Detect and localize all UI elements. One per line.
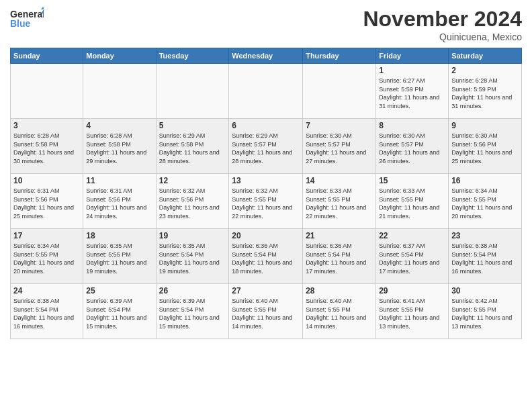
calendar-cell: 13Sunrise: 6:32 AM Sunset: 5:55 PM Dayli… [229, 174, 303, 229]
day-info: Sunrise: 6:29 AM Sunset: 5:57 PM Dayligh… [232, 132, 300, 165]
day-number: 24 [13, 286, 80, 295]
calendar-cell: 16Sunrise: 6:34 AM Sunset: 5:55 PM Dayli… [449, 174, 522, 229]
day-info: Sunrise: 6:34 AM Sunset: 5:55 PM Dayligh… [451, 187, 519, 220]
calendar-cell: 19Sunrise: 6:35 AM Sunset: 5:54 PM Dayli… [156, 229, 229, 284]
day-info: Sunrise: 6:30 AM Sunset: 5:57 PM Dayligh… [379, 132, 445, 165]
day-info: Sunrise: 6:28 AM Sunset: 5:59 PM Dayligh… [451, 77, 519, 110]
day-number: 26 [159, 286, 226, 295]
day-number: 5 [159, 121, 226, 130]
day-number: 27 [232, 286, 300, 295]
calendar-cell: 27Sunrise: 6:40 AM Sunset: 5:55 PM Dayli… [229, 284, 303, 339]
calendar-cell: 8Sunrise: 6:30 AM Sunset: 5:57 PM Daylig… [376, 119, 449, 174]
day-info: Sunrise: 6:38 AM Sunset: 5:54 PM Dayligh… [13, 297, 80, 330]
day-number: 7 [306, 121, 373, 130]
calendar-week-row: 10Sunrise: 6:31 AM Sunset: 5:56 PM Dayli… [11, 174, 522, 229]
page-container: General Blue November 2024 Quinicuena, M… [0, 0, 532, 346]
calendar-cell: 21Sunrise: 6:36 AM Sunset: 5:54 PM Dayli… [303, 229, 376, 284]
day-number: 13 [232, 176, 300, 185]
calendar-cell: 1Sunrise: 6:27 AM Sunset: 5:59 PM Daylig… [376, 64, 449, 119]
day-info: Sunrise: 6:27 AM Sunset: 5:59 PM Dayligh… [379, 77, 445, 110]
calendar-cell: 25Sunrise: 6:39 AM Sunset: 5:54 PM Dayli… [83, 284, 156, 339]
calendar-cell: 5Sunrise: 6:29 AM Sunset: 5:58 PM Daylig… [156, 119, 229, 174]
calendar-cell: 3Sunrise: 6:28 AM Sunset: 5:58 PM Daylig… [11, 119, 83, 174]
day-number: 12 [159, 176, 226, 185]
day-number: 10 [13, 176, 80, 185]
day-info: Sunrise: 6:40 AM Sunset: 5:55 PM Dayligh… [232, 297, 300, 330]
day-number: 14 [306, 176, 373, 185]
day-number: 9 [451, 121, 519, 130]
calendar-header: Sunday Monday Tuesday Wednesday Thursday… [11, 48, 522, 64]
day-info: Sunrise: 6:32 AM Sunset: 5:56 PM Dayligh… [159, 187, 226, 220]
day-info: Sunrise: 6:34 AM Sunset: 5:55 PM Dayligh… [13, 242, 80, 275]
title-block: November 2024 Quinicuena, Mexico [363, 7, 522, 42]
day-info: Sunrise: 6:37 AM Sunset: 5:54 PM Dayligh… [379, 242, 445, 275]
day-number: 2 [451, 66, 519, 75]
day-info: Sunrise: 6:33 AM Sunset: 5:55 PM Dayligh… [306, 187, 373, 220]
day-info: Sunrise: 6:36 AM Sunset: 5:54 PM Dayligh… [232, 242, 300, 275]
calendar-week-row: 1Sunrise: 6:27 AM Sunset: 5:59 PM Daylig… [11, 64, 522, 119]
calendar-cell: 18Sunrise: 6:35 AM Sunset: 5:55 PM Dayli… [83, 229, 156, 284]
col-thursday: Thursday [303, 48, 376, 64]
day-info: Sunrise: 6:30 AM Sunset: 5:57 PM Dayligh… [306, 132, 373, 165]
calendar-cell: 24Sunrise: 6:38 AM Sunset: 5:54 PM Dayli… [11, 284, 83, 339]
day-number: 21 [306, 231, 373, 240]
day-info: Sunrise: 6:31 AM Sunset: 5:56 PM Dayligh… [86, 187, 152, 220]
calendar-cell: 10Sunrise: 6:31 AM Sunset: 5:56 PM Dayli… [11, 174, 83, 229]
day-info: Sunrise: 6:38 AM Sunset: 5:54 PM Dayligh… [451, 242, 519, 275]
day-info: Sunrise: 6:36 AM Sunset: 5:54 PM Dayligh… [306, 242, 373, 275]
day-number: 3 [13, 121, 80, 130]
col-wednesday: Wednesday [229, 48, 303, 64]
day-info: Sunrise: 6:41 AM Sunset: 5:55 PM Dayligh… [379, 297, 445, 330]
col-tuesday: Tuesday [156, 48, 229, 64]
day-number: 25 [86, 286, 152, 295]
calendar-table: Sunday Monday Tuesday Wednesday Thursday… [10, 48, 522, 339]
calendar-cell: 6Sunrise: 6:29 AM Sunset: 5:57 PM Daylig… [229, 119, 303, 174]
day-number: 23 [451, 231, 519, 240]
col-monday: Monday [83, 48, 156, 64]
calendar-cell [83, 64, 156, 119]
month-title: November 2024 [363, 7, 522, 32]
col-friday: Friday [376, 48, 449, 64]
calendar-cell [303, 64, 376, 119]
header-row: Sunday Monday Tuesday Wednesday Thursday… [11, 48, 522, 64]
header: General Blue November 2024 Quinicuena, M… [10, 7, 522, 42]
day-info: Sunrise: 6:28 AM Sunset: 5:58 PM Dayligh… [13, 132, 80, 165]
calendar-cell: 29Sunrise: 6:41 AM Sunset: 5:55 PM Dayli… [376, 284, 449, 339]
day-info: Sunrise: 6:32 AM Sunset: 5:55 PM Dayligh… [232, 187, 300, 220]
day-info: Sunrise: 6:35 AM Sunset: 5:54 PM Dayligh… [159, 242, 226, 275]
day-number: 19 [159, 231, 226, 240]
calendar-cell: 20Sunrise: 6:36 AM Sunset: 5:54 PM Dayli… [229, 229, 303, 284]
day-number: 4 [86, 121, 152, 130]
calendar-body: 1Sunrise: 6:27 AM Sunset: 5:59 PM Daylig… [11, 64, 522, 339]
calendar-week-row: 3Sunrise: 6:28 AM Sunset: 5:58 PM Daylig… [11, 119, 522, 174]
calendar-cell [11, 64, 83, 119]
day-number: 28 [306, 286, 373, 295]
day-info: Sunrise: 6:33 AM Sunset: 5:55 PM Dayligh… [379, 187, 445, 220]
day-info: Sunrise: 6:31 AM Sunset: 5:56 PM Dayligh… [13, 187, 80, 220]
day-number: 17 [13, 231, 80, 240]
calendar-cell: 28Sunrise: 6:40 AM Sunset: 5:55 PM Dayli… [303, 284, 376, 339]
day-number: 29 [379, 286, 445, 295]
day-number: 11 [86, 176, 152, 185]
calendar-cell: 9Sunrise: 6:30 AM Sunset: 5:56 PM Daylig… [449, 119, 522, 174]
day-number: 1 [379, 66, 445, 75]
calendar-cell: 12Sunrise: 6:32 AM Sunset: 5:56 PM Dayli… [156, 174, 229, 229]
svg-marker-2 [41, 7, 44, 9]
calendar-cell: 7Sunrise: 6:30 AM Sunset: 5:57 PM Daylig… [303, 119, 376, 174]
calendar-cell: 15Sunrise: 6:33 AM Sunset: 5:55 PM Dayli… [376, 174, 449, 229]
location-subtitle: Quinicuena, Mexico [363, 32, 522, 42]
calendar-cell: 11Sunrise: 6:31 AM Sunset: 5:56 PM Dayli… [83, 174, 156, 229]
svg-text:Blue: Blue [10, 18, 31, 29]
day-info: Sunrise: 6:29 AM Sunset: 5:58 PM Dayligh… [159, 132, 226, 165]
calendar-cell [229, 64, 303, 119]
calendar-cell: 4Sunrise: 6:28 AM Sunset: 5:58 PM Daylig… [83, 119, 156, 174]
day-info: Sunrise: 6:39 AM Sunset: 5:54 PM Dayligh… [86, 297, 152, 330]
day-info: Sunrise: 6:35 AM Sunset: 5:55 PM Dayligh… [86, 242, 152, 275]
day-number: 20 [232, 231, 300, 240]
calendar-cell: 23Sunrise: 6:38 AM Sunset: 5:54 PM Dayli… [449, 229, 522, 284]
calendar-week-row: 17Sunrise: 6:34 AM Sunset: 5:55 PM Dayli… [11, 229, 522, 284]
calendar-cell: 2Sunrise: 6:28 AM Sunset: 5:59 PM Daylig… [449, 64, 522, 119]
day-number: 30 [451, 286, 519, 295]
day-number: 18 [86, 231, 152, 240]
day-info: Sunrise: 6:30 AM Sunset: 5:56 PM Dayligh… [451, 132, 519, 165]
